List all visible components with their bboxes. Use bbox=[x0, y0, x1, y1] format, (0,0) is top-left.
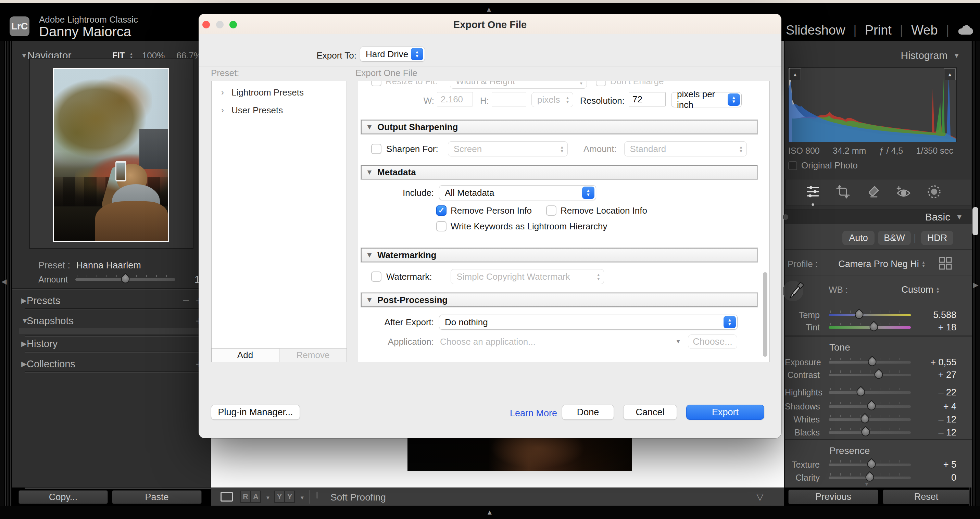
done-button[interactable]: Done bbox=[562, 405, 614, 420]
histogram-header[interactable]: Histogram ▼ bbox=[785, 48, 972, 63]
chevron-right-icon[interactable]: ▶ bbox=[12, 360, 27, 368]
shadow-clipping-icon[interactable]: ▲ bbox=[789, 68, 801, 80]
previous-button[interactable]: Previous bbox=[788, 490, 878, 504]
toolbar-options-icon[interactable]: ▽ bbox=[756, 491, 764, 502]
module-slideshow[interactable]: Slideshow bbox=[786, 23, 845, 38]
navigator-preview-photo[interactable] bbox=[53, 68, 169, 242]
panel-toggle-icon[interactable] bbox=[783, 214, 788, 220]
left-panel-grip[interactable] bbox=[4, 41, 12, 506]
contrast-slider[interactable] bbox=[829, 374, 911, 376]
edit-sliders-icon[interactable] bbox=[805, 184, 821, 201]
wb-stepper-icon[interactable]: ▴▾ bbox=[937, 286, 939, 294]
basic-panel-header[interactable]: Basic ▼ bbox=[785, 210, 972, 224]
preset-group-user[interactable]: › User Presets bbox=[212, 104, 347, 117]
slider-thumb[interactable] bbox=[859, 413, 871, 425]
slider-thumb[interactable] bbox=[865, 400, 877, 412]
chevron-right-icon[interactable]: ▶ bbox=[12, 340, 27, 348]
sidebar-section-presets[interactable]: ▶ Presets −+ bbox=[12, 293, 211, 308]
settings-scrollbar[interactable] bbox=[763, 272, 767, 357]
profile-value[interactable]: Camera Pro Neg Hi bbox=[838, 259, 919, 270]
soft-proofing-checkbox[interactable] bbox=[317, 492, 318, 499]
clarity-slider[interactable] bbox=[829, 476, 911, 479]
wb-value[interactable]: Custom bbox=[901, 284, 933, 295]
left-panel-reveal-icon[interactable]: ◀ bbox=[2, 277, 6, 286]
metadata-section-header[interactable]: ▼ Metadata bbox=[361, 165, 757, 179]
top-panel-collapse-icon[interactable]: ▲ bbox=[485, 5, 492, 13]
healing-tool-icon[interactable] bbox=[865, 184, 881, 201]
split-view-icon[interactable]: Y Y bbox=[274, 490, 295, 503]
output-sharpening-section-header[interactable]: ▼ Output Sharpening bbox=[361, 120, 757, 134]
temp-slider[interactable] bbox=[829, 314, 911, 316]
export-to-dropdown[interactable]: Hard Drive ▲▼ bbox=[360, 46, 425, 62]
original-photo-checkbox[interactable] bbox=[788, 161, 797, 170]
slider-thumb[interactable] bbox=[859, 426, 872, 438]
dropdown-caret-icon[interactable]: ▼ bbox=[300, 495, 305, 500]
remove-person-info-checkbox[interactable] bbox=[436, 205, 447, 216]
loupe-view-icon[interactable] bbox=[221, 492, 233, 502]
collapse-triangle-icon[interactable]: ▼ bbox=[12, 51, 27, 60]
preset-group-lightroom[interactable]: › Lightroom Presets bbox=[212, 86, 347, 99]
red-eye-tool-icon[interactable] bbox=[896, 184, 912, 201]
exposure-slider[interactable] bbox=[829, 361, 911, 363]
module-web[interactable]: Web bbox=[911, 23, 937, 38]
module-print[interactable]: Print bbox=[865, 23, 892, 38]
slider-thumb[interactable] bbox=[866, 356, 878, 368]
shadows-slider[interactable] bbox=[829, 405, 911, 408]
profile-browser-grid-icon[interactable] bbox=[938, 256, 969, 272]
chevron-right-icon[interactable]: › bbox=[212, 88, 224, 97]
collapse-triangle-icon[interactable]: ▼ bbox=[361, 251, 377, 259]
highlights-slider[interactable] bbox=[829, 391, 911, 394]
collapse-triangle-icon[interactable]: ▼ bbox=[361, 296, 377, 304]
plugin-manager-button[interactable]: Plug-in Manager... bbox=[211, 405, 300, 420]
cancel-button[interactable]: Cancel bbox=[623, 405, 677, 420]
crop-tool-icon[interactable] bbox=[835, 184, 851, 201]
include-dropdown[interactable]: All Metadata ▲▼ bbox=[439, 185, 596, 200]
sidebar-section-collections[interactable]: ▶ Collections + bbox=[12, 356, 211, 371]
remove-location-info-checkbox[interactable] bbox=[546, 205, 557, 216]
panel-end-marker-icon[interactable]: ▼ bbox=[864, 481, 869, 487]
right-panel-reveal-icon[interactable]: ▶ bbox=[973, 281, 978, 289]
whites-slider[interactable] bbox=[829, 418, 911, 421]
sidebar-section-history[interactable]: ▶ History bbox=[12, 336, 211, 351]
auto-button[interactable]: Auto bbox=[842, 231, 875, 245]
chevron-down-icon[interactable]: ▼ bbox=[12, 317, 27, 325]
dialog-titlebar[interactable]: Export One File bbox=[199, 14, 781, 34]
paste-button[interactable]: Paste bbox=[112, 490, 202, 504]
after-export-dropdown[interactable]: Do nothing ▲▼ bbox=[439, 314, 738, 330]
histogram-panel[interactable]: ▲ ▲ bbox=[788, 67, 957, 142]
masking-tool-icon[interactable] bbox=[926, 184, 942, 201]
post-processing-section-header[interactable]: ▼ Post-Processing bbox=[361, 293, 757, 307]
highlight-clipping-icon[interactable]: ▲ bbox=[944, 68, 956, 80]
hdr-button[interactable]: HDR bbox=[921, 231, 953, 245]
remove-preset-icon[interactable]: − bbox=[183, 294, 189, 308]
collapse-triangle-icon[interactable]: ▼ bbox=[361, 123, 377, 131]
dont-enlarge-checkbox[interactable] bbox=[596, 81, 606, 86]
before-after-view-icon[interactable]: R A bbox=[240, 490, 261, 503]
resolution-unit-dropdown[interactable]: pixels per inch ▲▼ bbox=[671, 92, 742, 107]
chevron-right-icon[interactable]: ▶ bbox=[12, 297, 27, 305]
write-keywords-checkbox[interactable] bbox=[436, 221, 447, 232]
slider-thumb[interactable] bbox=[868, 321, 880, 333]
export-button[interactable]: Export bbox=[686, 405, 764, 420]
slider-thumb[interactable] bbox=[853, 308, 865, 321]
bw-button[interactable]: B&W bbox=[878, 231, 911, 245]
sidebar-section-snapshots[interactable]: ▼ Snapshots + bbox=[12, 313, 211, 328]
watermark-checkbox[interactable] bbox=[371, 271, 382, 282]
texture-slider[interactable] bbox=[829, 463, 911, 466]
chevron-right-icon[interactable]: › bbox=[212, 105, 224, 115]
filmstrip-reveal-icon[interactable]: ▲ bbox=[486, 508, 493, 516]
add-preset-button[interactable]: Add bbox=[211, 348, 279, 362]
resolution-input[interactable] bbox=[629, 92, 666, 106]
resize-to-fit-checkbox[interactable] bbox=[371, 81, 382, 86]
watermarking-section-header[interactable]: ▼ Watermarking bbox=[361, 248, 757, 262]
copy-button[interactable]: Copy... bbox=[19, 490, 108, 504]
blacks-slider[interactable] bbox=[829, 431, 911, 434]
collapse-triangle-icon[interactable]: ▼ bbox=[956, 213, 963, 221]
profile-stepper-icon[interactable]: ▴▾ bbox=[923, 260, 925, 268]
tint-slider[interactable] bbox=[829, 326, 911, 329]
collapse-triangle-icon[interactable]: ▼ bbox=[361, 168, 377, 176]
learn-more-link[interactable]: Learn More bbox=[510, 408, 557, 419]
dropdown-caret-icon[interactable]: ▼ bbox=[266, 495, 270, 500]
collapse-triangle-icon[interactable]: ▼ bbox=[953, 51, 960, 60]
right-panel-scrollbar[interactable] bbox=[972, 207, 978, 235]
